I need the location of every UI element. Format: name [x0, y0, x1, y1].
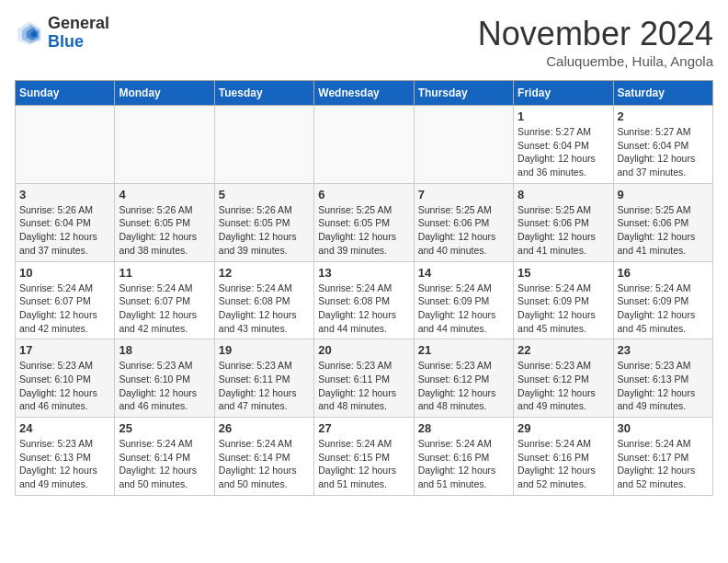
calendar-cell: 26Sunrise: 5:24 AM Sunset: 6:14 PM Dayli… [214, 418, 313, 496]
calendar-cell: 16Sunrise: 5:24 AM Sunset: 6:09 PM Dayli… [613, 261, 712, 339]
calendar-cell: 6Sunrise: 5:25 AM Sunset: 6:05 PM Daylig… [314, 183, 414, 261]
day-info: Sunrise: 5:25 AM Sunset: 6:06 PM Dayligh… [418, 203, 509, 258]
logo-general-text: General [48, 14, 109, 32]
calendar-cell [414, 106, 513, 184]
day-info: Sunrise: 5:23 AM Sunset: 6:13 PM Dayligh… [19, 437, 110, 491]
day-number: 28 [418, 421, 509, 435]
calendar-cell: 17Sunrise: 5:23 AM Sunset: 6:10 PM Dayli… [16, 339, 115, 418]
calendar-cell [16, 106, 115, 184]
week-row-1: 1Sunrise: 5:27 AM Sunset: 6:04 PM Daylig… [16, 106, 713, 184]
day-info: Sunrise: 5:26 AM Sunset: 6:05 PM Dayligh… [119, 203, 210, 258]
calendar-cell: 9Sunrise: 5:25 AM Sunset: 6:06 PM Daylig… [613, 183, 712, 261]
day-info: Sunrise: 5:23 AM Sunset: 6:10 PM Dayligh… [119, 359, 210, 413]
day-info: Sunrise: 5:24 AM Sunset: 6:14 PM Dayligh… [119, 437, 210, 491]
day-info: Sunrise: 5:26 AM Sunset: 6:05 PM Dayligh… [219, 203, 310, 258]
day-number: 7 [418, 188, 509, 201]
calendar-cell: 19Sunrise: 5:23 AM Sunset: 6:11 PM Dayli… [214, 339, 313, 418]
day-info: Sunrise: 5:27 AM Sunset: 6:04 PM Dayligh… [618, 125, 709, 179]
calendar-cell: 14Sunrise: 5:24 AM Sunset: 6:09 PM Dayli… [414, 261, 513, 339]
day-info: Sunrise: 5:24 AM Sunset: 6:09 PM Dayligh… [518, 282, 609, 336]
day-info: Sunrise: 5:23 AM Sunset: 6:10 PM Dayligh… [19, 359, 110, 413]
title-block: November 2024 Caluquembe, Huila, Angola [478, 15, 713, 69]
calendar-cell: 18Sunrise: 5:23 AM Sunset: 6:10 PM Dayli… [115, 339, 214, 418]
weekday-header-thursday: Thursday [414, 81, 513, 106]
calendar-cell: 8Sunrise: 5:25 AM Sunset: 6:06 PM Daylig… [514, 183, 613, 261]
day-number: 13 [318, 266, 409, 280]
calendar-cell [314, 106, 414, 184]
week-row-5: 24Sunrise: 5:23 AM Sunset: 6:13 PM Dayli… [16, 418, 713, 496]
day-number: 25 [119, 421, 210, 435]
calendar-cell: 24Sunrise: 5:23 AM Sunset: 6:13 PM Dayli… [16, 418, 115, 496]
calendar-cell: 28Sunrise: 5:24 AM Sunset: 6:16 PM Dayli… [414, 418, 513, 496]
day-info: Sunrise: 5:24 AM Sunset: 6:07 PM Dayligh… [19, 282, 110, 336]
day-info: Sunrise: 5:24 AM Sunset: 6:14 PM Dayligh… [219, 437, 310, 491]
day-number: 22 [518, 343, 609, 357]
day-info: Sunrise: 5:23 AM Sunset: 6:12 PM Dayligh… [418, 359, 509, 413]
day-number: 10 [19, 266, 110, 280]
weekday-header-monday: Monday [115, 81, 214, 106]
day-info: Sunrise: 5:24 AM Sunset: 6:09 PM Dayligh… [418, 282, 509, 336]
day-number: 20 [318, 343, 409, 357]
day-number: 14 [418, 266, 509, 280]
calendar-cell: 20Sunrise: 5:23 AM Sunset: 6:11 PM Dayli… [314, 339, 414, 418]
day-info: Sunrise: 5:24 AM Sunset: 6:15 PM Dayligh… [318, 437, 409, 491]
day-number: 23 [618, 343, 709, 357]
calendar-cell [115, 106, 214, 184]
calendar-cell: 27Sunrise: 5:24 AM Sunset: 6:15 PM Dayli… [314, 418, 414, 496]
day-info: Sunrise: 5:24 AM Sunset: 6:16 PM Dayligh… [418, 437, 509, 491]
calendar-cell: 1Sunrise: 5:27 AM Sunset: 6:04 PM Daylig… [514, 106, 613, 184]
calendar-cell: 23Sunrise: 5:23 AM Sunset: 6:13 PM Dayli… [613, 339, 712, 418]
calendar-cell: 4Sunrise: 5:26 AM Sunset: 6:05 PM Daylig… [115, 183, 214, 261]
day-info: Sunrise: 5:24 AM Sunset: 6:17 PM Dayligh… [618, 437, 709, 491]
day-number: 19 [219, 343, 310, 357]
day-number: 9 [618, 188, 709, 201]
day-info: Sunrise: 5:23 AM Sunset: 6:12 PM Dayligh… [518, 359, 609, 413]
location: Caluquembe, Huila, Angola [478, 53, 713, 69]
week-row-3: 10Sunrise: 5:24 AM Sunset: 6:07 PM Dayli… [16, 261, 713, 339]
calendar-cell: 5Sunrise: 5:26 AM Sunset: 6:05 PM Daylig… [214, 183, 313, 261]
weekday-header-tuesday: Tuesday [214, 81, 313, 106]
day-number: 8 [518, 188, 609, 201]
day-info: Sunrise: 5:23 AM Sunset: 6:13 PM Dayligh… [618, 359, 709, 413]
day-number: 6 [318, 188, 409, 201]
day-number: 30 [618, 421, 709, 435]
day-number: 16 [618, 266, 709, 280]
calendar-table: SundayMondayTuesdayWednesdayThursdayFrid… [15, 80, 713, 496]
calendar-cell [214, 106, 313, 184]
calendar-cell: 11Sunrise: 5:24 AM Sunset: 6:07 PM Dayli… [115, 261, 214, 339]
day-number: 4 [119, 188, 210, 201]
calendar-cell: 10Sunrise: 5:24 AM Sunset: 6:07 PM Dayli… [16, 261, 115, 339]
day-info: Sunrise: 5:24 AM Sunset: 6:07 PM Dayligh… [119, 282, 210, 336]
week-row-4: 17Sunrise: 5:23 AM Sunset: 6:10 PM Dayli… [16, 339, 713, 418]
calendar-cell: 2Sunrise: 5:27 AM Sunset: 6:04 PM Daylig… [613, 106, 712, 184]
day-info: Sunrise: 5:25 AM Sunset: 6:05 PM Dayligh… [318, 203, 409, 258]
logo: General Blue [15, 15, 109, 52]
page-header: General Blue November 2024 Caluquembe, H… [15, 15, 713, 69]
logo-blue-text: Blue [48, 32, 84, 51]
day-number: 18 [119, 343, 210, 357]
day-number: 26 [219, 421, 310, 435]
day-info: Sunrise: 5:24 AM Sunset: 6:08 PM Dayligh… [219, 282, 310, 336]
day-number: 29 [518, 421, 609, 435]
day-info: Sunrise: 5:24 AM Sunset: 6:16 PM Dayligh… [518, 437, 609, 491]
month-title: November 2024 [478, 15, 713, 53]
calendar-cell: 7Sunrise: 5:25 AM Sunset: 6:06 PM Daylig… [414, 183, 513, 261]
calendar-cell: 3Sunrise: 5:26 AM Sunset: 6:04 PM Daylig… [16, 183, 115, 261]
day-number: 12 [219, 266, 310, 280]
calendar-cell: 21Sunrise: 5:23 AM Sunset: 6:12 PM Dayli… [414, 339, 513, 418]
day-number: 5 [219, 188, 310, 201]
day-info: Sunrise: 5:25 AM Sunset: 6:06 PM Dayligh… [618, 203, 709, 258]
calendar-cell: 30Sunrise: 5:24 AM Sunset: 6:17 PM Dayli… [613, 418, 712, 496]
weekday-header-wednesday: Wednesday [314, 81, 414, 106]
day-number: 3 [19, 188, 110, 201]
weekday-header-sunday: Sunday [16, 81, 115, 106]
week-row-2: 3Sunrise: 5:26 AM Sunset: 6:04 PM Daylig… [16, 183, 713, 261]
day-number: 15 [518, 266, 609, 280]
calendar-cell: 22Sunrise: 5:23 AM Sunset: 6:12 PM Dayli… [514, 339, 613, 418]
day-number: 27 [318, 421, 409, 435]
calendar-cell: 29Sunrise: 5:24 AM Sunset: 6:16 PM Dayli… [514, 418, 613, 496]
day-info: Sunrise: 5:23 AM Sunset: 6:11 PM Dayligh… [219, 359, 310, 413]
weekday-header-saturday: Saturday [613, 81, 712, 106]
day-number: 11 [119, 266, 210, 280]
weekday-header-friday: Friday [514, 81, 613, 106]
